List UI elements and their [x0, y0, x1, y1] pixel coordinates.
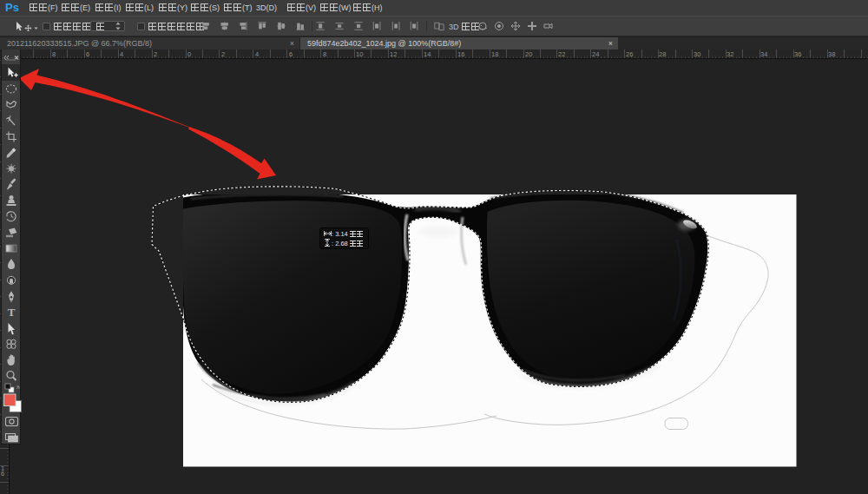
svg-text:T: T — [8, 306, 16, 319]
